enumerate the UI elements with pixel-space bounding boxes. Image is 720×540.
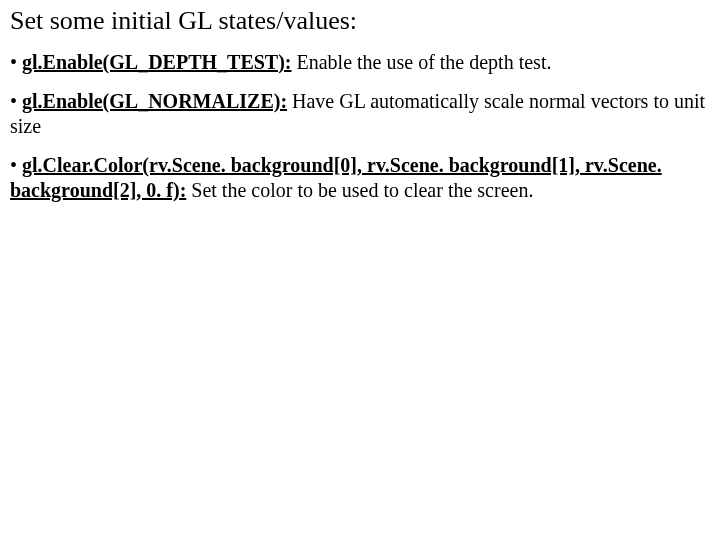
bullet-item: • gl.Enable(GL_DEPTH_TEST): Enable the u… [10, 50, 710, 75]
bullet-marker: • [10, 154, 22, 176]
bullet-text: Enable the use of the depth test. [292, 51, 552, 73]
code-call: gl.Enable(GL_DEPTH_TEST): [22, 51, 292, 73]
page-title: Set some initial GL states/values: [10, 6, 710, 36]
code-call: gl.Enable(GL_NORMALIZE): [22, 90, 287, 112]
bullet-marker: • [10, 90, 22, 112]
bullet-item: • gl.Enable(GL_NORMALIZE): Have GL autom… [10, 89, 710, 139]
bullet-item: • gl.Clear.Color(rv.Scene. background[0]… [10, 153, 710, 203]
slide-page: Set some initial GL states/values: • gl.… [0, 0, 720, 203]
bullet-marker: • [10, 51, 22, 73]
bullet-text: Set the color to be used to clear the sc… [186, 179, 533, 201]
